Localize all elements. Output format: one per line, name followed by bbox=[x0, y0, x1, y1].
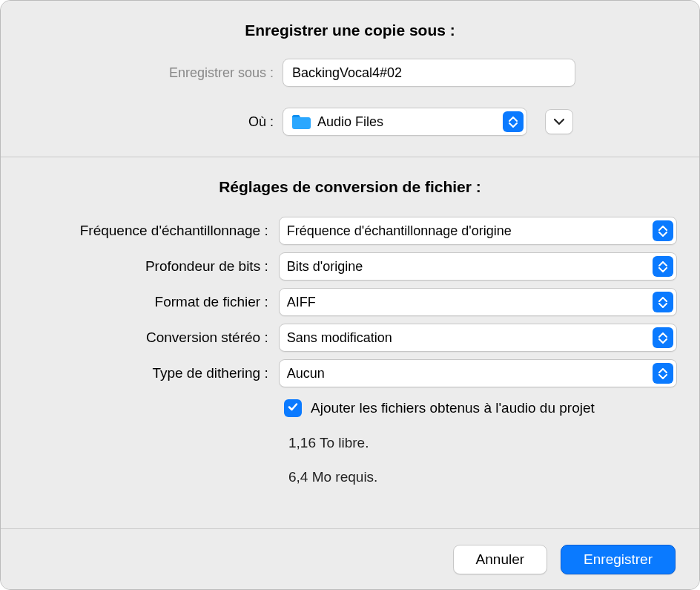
where-label: Où : bbox=[23, 114, 274, 130]
sample-rate-label: Fréquence d'échantillonnage : bbox=[23, 223, 268, 239]
saveas-label: Enregistrer sous : bbox=[23, 65, 274, 81]
sample-rate-row: Fréquence d'échantillonnage : Fréquence … bbox=[23, 217, 677, 245]
dithering-value: Aucun bbox=[287, 366, 325, 381]
save-copy-dialog: Enregistrer une copie sous : Enregistrer… bbox=[0, 0, 700, 590]
cancel-button-label: Annuler bbox=[476, 551, 525, 568]
bit-depth-value: Bits d'origine bbox=[287, 259, 363, 275]
add-to-project-label: Ajouter les fichiers obtenus à l'audio d… bbox=[311, 400, 595, 416]
save-button[interactable]: Enregistrer bbox=[561, 545, 676, 574]
stereo-conv-row: Conversion stéréo : Sans modification bbox=[23, 324, 677, 352]
bit-depth-label: Profondeur de bits : bbox=[23, 258, 268, 275]
file-format-popup[interactable]: AIFF bbox=[279, 288, 677, 316]
dithering-label: Type de dithering : bbox=[23, 365, 268, 381]
save-button-label: Enregistrer bbox=[584, 551, 653, 568]
file-format-value: AIFF bbox=[287, 295, 316, 310]
folder-icon bbox=[291, 114, 311, 130]
updown-arrows-icon bbox=[653, 292, 673, 312]
file-format-label: Format de fichier : bbox=[23, 294, 268, 310]
cancel-button[interactable]: Annuler bbox=[453, 545, 548, 574]
where-popup[interactable]: Audio Files bbox=[283, 108, 527, 136]
required-space-text: 6,4 Mo requis. bbox=[23, 469, 677, 485]
saveas-input[interactable] bbox=[283, 59, 575, 87]
dithering-row: Type de dithering : Aucun bbox=[23, 359, 677, 387]
add-to-project-checkbox[interactable] bbox=[284, 399, 302, 417]
saveas-row: Enregistrer sous : bbox=[23, 59, 677, 87]
updown-arrows-icon bbox=[653, 256, 673, 277]
stereo-conv-value: Sans modification bbox=[287, 330, 392, 346]
checkmark-icon bbox=[287, 401, 299, 416]
expand-button[interactable] bbox=[545, 109, 573, 134]
dialog-title: Enregistrer une copie sous : bbox=[23, 14, 677, 59]
stereo-conv-popup[interactable]: Sans modification bbox=[279, 324, 677, 352]
stereo-conv-label: Conversion stéréo : bbox=[23, 330, 268, 346]
updown-arrows-icon bbox=[653, 363, 673, 384]
bit-depth-popup[interactable]: Bits d'origine bbox=[279, 252, 677, 281]
free-space-text: 1,16 To libre. bbox=[23, 435, 677, 451]
updown-arrows-icon bbox=[653, 220, 673, 241]
where-value: Audio Files bbox=[317, 114, 383, 130]
dithering-popup[interactable]: Aucun bbox=[279, 359, 677, 387]
sample-rate-popup[interactable]: Fréquence d'échantillonnage d'origine bbox=[279, 217, 677, 245]
conversion-panel: Réglages de conversion de fichier : Fréq… bbox=[1, 157, 699, 506]
save-panel: Enregistrer une copie sous : Enregistrer… bbox=[1, 1, 699, 157]
conversion-section-title: Réglages de conversion de fichier : bbox=[23, 178, 677, 196]
sample-rate-value: Fréquence d'échantillonnage d'origine bbox=[287, 223, 512, 239]
file-format-row: Format de fichier : AIFF bbox=[23, 288, 677, 316]
updown-arrows-icon bbox=[503, 111, 524, 132]
updown-arrows-icon bbox=[653, 327, 673, 348]
dialog-footer: Annuler Enregistrer bbox=[1, 528, 699, 589]
where-row: Où : Audio Files bbox=[23, 108, 677, 136]
bit-depth-row: Profondeur de bits : Bits d'origine bbox=[23, 252, 677, 281]
chevron-down-icon bbox=[553, 114, 565, 129]
add-to-project-row: Ajouter les fichiers obtenus à l'audio d… bbox=[23, 399, 677, 417]
